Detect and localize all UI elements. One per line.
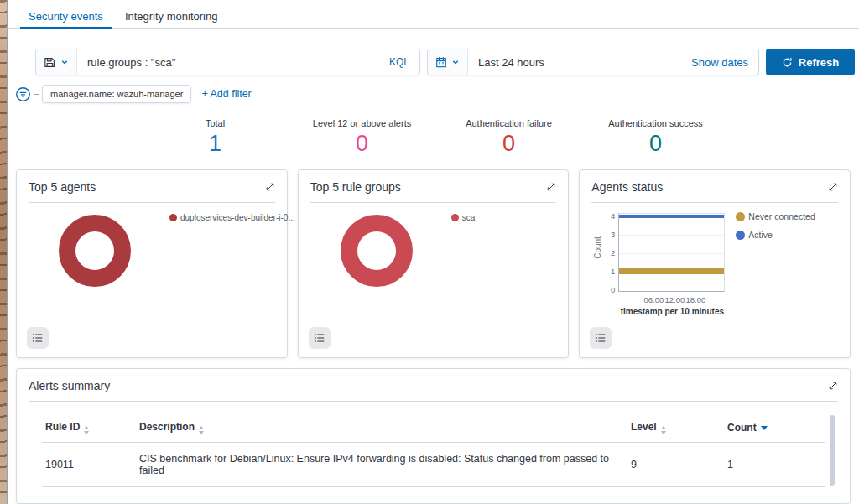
- y-tick: 0: [601, 285, 615, 294]
- filter-icon[interactable]: [15, 86, 31, 102]
- legend-label: duploservices-dev-builder-i-0...: [180, 213, 295, 222]
- refresh-icon: [782, 57, 793, 68]
- query-bar: rule.groups : "sca" KQL: [35, 49, 420, 75]
- expand-icon[interactable]: [828, 381, 838, 391]
- y-tick: 1: [601, 267, 615, 276]
- sort-desc-icon: [761, 426, 768, 430]
- panel-title: Top 5 rule groups: [310, 180, 401, 194]
- legend-toggle-button[interactable]: [590, 327, 612, 349]
- legend-item-active[interactable]: Active: [736, 230, 815, 240]
- stat-total: Total 1: [142, 118, 289, 157]
- panel-title: Alerts summary: [29, 379, 110, 392]
- y-tick: 2: [601, 248, 615, 257]
- legend-item[interactable]: sca: [451, 213, 476, 222]
- refresh-button[interactable]: Refresh: [766, 49, 855, 75]
- stat-label: Level 12 or above alerts: [289, 118, 435, 128]
- expand-icon[interactable]: [546, 182, 556, 192]
- module-tabs: Security events Integrity monitoring: [8, 0, 859, 29]
- stat-value: 0: [435, 131, 582, 157]
- legend-label: Never connected: [748, 211, 815, 221]
- refresh-button-label: Refresh: [799, 56, 839, 69]
- legend-item[interactable]: duploservices-dev-builder-i-0...: [169, 213, 295, 222]
- alerts-table: Rule ID Description Level Count: [42, 413, 825, 487]
- x-axis-label: timestamp per 10 minutes: [613, 307, 731, 316]
- expand-icon[interactable]: [828, 182, 838, 192]
- time-picker: Last 24 hours Show dates: [427, 49, 759, 75]
- cell-level: 9: [627, 443, 724, 487]
- table-row[interactable]: 19011 CIS benchmark for Debian/Linux: En…: [42, 443, 825, 487]
- search-input[interactable]: rule.groups : "sca": [77, 56, 379, 69]
- legend-label: Active: [748, 230, 773, 240]
- legend-dot: [169, 214, 177, 221]
- stat-value: 1: [142, 131, 289, 157]
- panel-alerts-summary: Alerts summary Rule ID Description: [16, 368, 851, 504]
- show-dates-button[interactable]: Show dates: [681, 56, 758, 69]
- cell-count: 1: [724, 443, 825, 487]
- series-never-connected-line: [619, 268, 724, 274]
- sort-icons: [84, 426, 89, 434]
- column-header-level[interactable]: Level: [627, 413, 724, 443]
- wazuh-dashboard: Security events Integrity monitoring: [7, 0, 859, 504]
- line-chart: Count 4 3 2 1 0 06:00 12:00 18:00 timest…: [591, 206, 838, 332]
- save-icon: [44, 56, 56, 69]
- chevron-down-icon: [451, 58, 460, 66]
- tab-security-events[interactable]: Security events: [20, 7, 112, 28]
- legend-dot: [451, 214, 459, 221]
- time-picker-menu-button[interactable]: [428, 49, 468, 75]
- chart-legend: Never connected Active: [736, 211, 815, 240]
- search-toolbar: rule.groups : "sca" KQL: [35, 49, 855, 75]
- column-header-count[interactable]: Count: [724, 413, 825, 443]
- sort-icons: [199, 426, 204, 434]
- panel-top-5-rule-groups: Top 5 rule groups sca: [298, 169, 570, 358]
- stat-level12-alerts: Level 12 or above alerts 0: [289, 118, 435, 157]
- panel-agents-status: Agents status Count 4 3 2 1 0: [579, 169, 851, 358]
- y-tick: 3: [601, 230, 615, 239]
- visualization-row: Top 5 agents duploservices-dev-builder-i…: [16, 169, 851, 358]
- calendar-icon: [435, 56, 447, 68]
- cell-rule-id: 19011: [42, 443, 136, 487]
- legend-dot: [736, 212, 745, 221]
- chevron-down-icon: [60, 58, 69, 66]
- series-active-line: [619, 215, 724, 218]
- table-scrollbar[interactable]: [830, 415, 835, 486]
- panel-title: Top 5 agents: [29, 180, 96, 194]
- stat-label: Authentication success: [582, 118, 729, 128]
- column-header-rule-id[interactable]: Rule ID: [42, 413, 136, 443]
- legend-toggle-button[interactable]: [309, 327, 331, 349]
- panel-top-5-agents: Top 5 agents duploservices-dev-builder-i…: [16, 169, 288, 358]
- desktop-background-sliver: [0, 0, 7, 504]
- stat-auth-failure: Authentication failure 0: [435, 118, 582, 157]
- expand-icon[interactable]: [265, 182, 275, 192]
- kql-language-button[interactable]: KQL: [379, 56, 419, 68]
- stat-label: Total: [142, 118, 289, 128]
- filter-bar: manager.name: wazuh-manager + Add filter: [15, 83, 859, 105]
- cell-description: CIS benchmark for Debian/Linux: Ensure I…: [136, 443, 627, 487]
- filter-connector: [34, 94, 39, 95]
- column-header-description[interactable]: Description: [136, 413, 627, 443]
- plot-area: [618, 213, 725, 292]
- stat-value: 0: [289, 131, 435, 157]
- y-tick: 4: [601, 211, 615, 221]
- stats-row: Total 1 Level 12 or above alerts 0 Authe…: [142, 118, 729, 157]
- stat-value: 0: [582, 131, 729, 157]
- sort-icons: [661, 426, 666, 434]
- donut-chart: [59, 215, 131, 287]
- tab-integrity-monitoring[interactable]: Integrity monitoring: [117, 7, 226, 28]
- legend-label: sca: [462, 213, 476, 222]
- add-filter-button[interactable]: + Add filter: [201, 88, 251, 100]
- legend-dot: [736, 231, 745, 240]
- filter-pill[interactable]: manager.name: wazuh-manager: [42, 85, 191, 103]
- donut-chart: [341, 215, 413, 287]
- stat-auth-success: Authentication success 0: [582, 118, 729, 157]
- saved-query-menu-button[interactable]: [36, 49, 77, 75]
- time-range-value[interactable]: Last 24 hours: [468, 56, 681, 69]
- legend-item-never-connected[interactable]: Never connected: [736, 211, 815, 221]
- stat-label: Authentication failure: [435, 118, 582, 128]
- x-tick: 18:00: [683, 295, 708, 304]
- legend-toggle-button[interactable]: [27, 327, 49, 349]
- panel-title: Agents status: [591, 180, 663, 194]
